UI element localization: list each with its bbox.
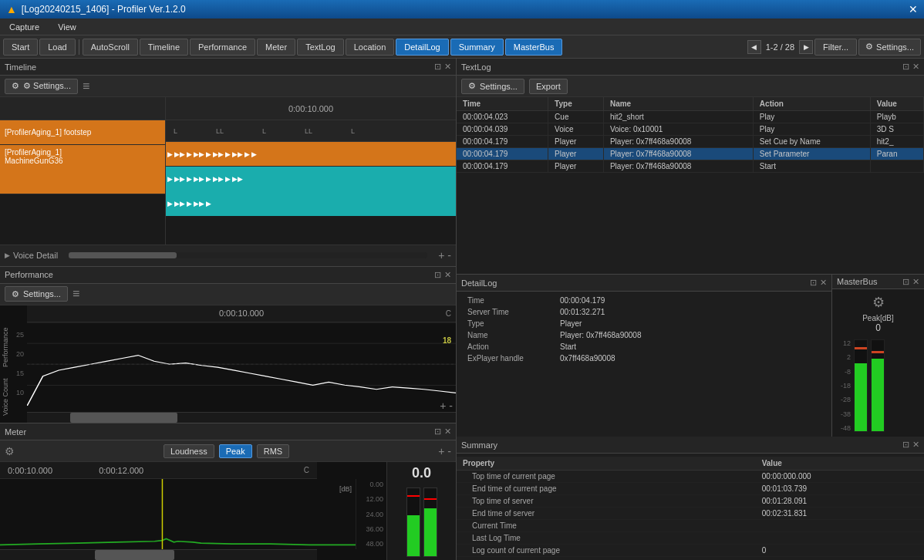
timeline-section: Timeline ⊡ ✕ ⚙ ⚙ Settings... ≡ [Profiler…: [0, 59, 456, 267]
textlog-row-0[interactable]: 00:00:04.023Cuehit2_shortPlayPlayb: [457, 111, 924, 123]
textlog-row-3[interactable]: 00:00:04.179PlayerPlayer: 0x7ff468a90008…: [457, 148, 924, 160]
settings-label: Settings...: [876, 42, 914, 52]
timeline-button[interactable]: Timeline: [140, 39, 188, 56]
timeline-scrollbar[interactable]: [69, 252, 427, 258]
masterbus-button[interactable]: MasterBus: [505, 39, 563, 56]
meter-minus-icon[interactable]: -: [447, 445, 451, 457]
start-button[interactable]: Start: [3, 39, 38, 56]
textlog-cell-0-1: Cue: [548, 111, 604, 123]
masterbus-bar-2: [871, 339, 885, 432]
detaillog-masterbus-row: DetailLog ⊡ ✕ Time00:00:04.179Server Tim…: [457, 275, 924, 437]
timeline-track1-label: [ProfilerAging_1] footstep: [0, 120, 165, 145]
textlog-button[interactable]: TextLog: [297, 39, 344, 56]
track2-arrow-2: ▶▶: [174, 175, 185, 183]
settings-gear-icon: ⚙: [865, 42, 873, 52]
timeline-track1-clips: ▶ ▶▶ ▶ ▶▶ ▶ ▶▶ ▶ ▶▶ ▶ ▶: [166, 142, 456, 166]
summary-expand-icon[interactable]: ⊡: [902, 440, 909, 450]
textlog-cell-3-0: 00:00:04.179: [457, 148, 548, 160]
performance-plus-icon[interactable]: +: [440, 400, 446, 412]
meter-expand-icon[interactable]: ⊡: [434, 427, 441, 437]
summary-prop-0: Top time of current page: [457, 471, 756, 483]
page-next-button[interactable]: ▶: [799, 40, 813, 54]
meter-rms-tab[interactable]: RMS: [257, 444, 289, 458]
textlog-close-icon[interactable]: ✕: [912, 62, 919, 72]
masterbus-expand-icon[interactable]: ⊡: [902, 277, 909, 287]
meter-waveform-svg: [0, 479, 356, 549]
meter-y-36: 36.00: [359, 525, 383, 533]
summary-content[interactable]: Property Value Top time of current page0…: [457, 454, 924, 560]
timeline-plus-icon[interactable]: +: [438, 249, 444, 261]
voice-detail-bar: ▶ Voice Detail + -: [0, 245, 456, 266]
summary-row-4: Current Time: [457, 520, 924, 532]
title-bar: ▲ [Log20240215_1406] - Profiler Ver.1.2.…: [0, 0, 924, 19]
menu-view[interactable]: View: [52, 21, 83, 33]
summary-close-icon[interactable]: ✕: [912, 440, 919, 450]
masterbus-gear-icon[interactable]: ⚙: [872, 294, 885, 311]
textlog-export-button[interactable]: Export: [529, 79, 568, 94]
summary-col-property: Property: [457, 457, 756, 471]
timeline-label-header: [0, 97, 165, 120]
filter-button[interactable]: Filter...: [814, 39, 857, 56]
meter-y-48: 48.00: [359, 540, 383, 548]
summary-button[interactable]: Summary: [450, 39, 504, 56]
textlog-table-wrap[interactable]: Time Type Name Action Value 00:00:04.023…: [457, 97, 924, 274]
level-marker-2: LL: [216, 127, 224, 135]
timeline-close-icon[interactable]: ✕: [444, 62, 451, 72]
timeline-expand-icon[interactable]: ⊡: [434, 62, 441, 72]
menu-capture[interactable]: Capture: [3, 21, 46, 33]
page-prev-button[interactable]: ◀: [747, 40, 761, 54]
meter-close-icon[interactable]: ✕: [444, 427, 451, 437]
autoscroll-button[interactable]: AutoScroll: [83, 39, 138, 56]
settings-button[interactable]: ⚙ Settings...: [858, 39, 921, 56]
location-button[interactable]: Location: [346, 39, 395, 56]
track1-arrow-6: ▶▶: [213, 150, 224, 158]
textlog-col-name: Name: [603, 97, 753, 111]
textlog-row-2[interactable]: 00:00:04.179PlayerPlayer: 0x7ff468a90008…: [457, 136, 924, 148]
summary-prop-5: Last Log Time: [457, 532, 756, 545]
track2-arrow-8: ▶▶: [232, 175, 243, 183]
detaillog-row-3: NamePlayer: 0x7ff468a90008: [463, 329, 825, 341]
meter-bar-1-peak: [407, 495, 420, 497]
timeline-settings-button[interactable]: ⚙ ⚙ Settings...: [5, 79, 78, 94]
performance-title: Performance: [5, 270, 53, 279]
textlog-settings-button[interactable]: ⚙ Settings...: [461, 79, 524, 94]
track2-arrow-5: ▶: [206, 175, 211, 183]
meter-y-0: 0.00: [359, 481, 383, 488]
performance-settings-button[interactable]: ⚙ Settings...: [5, 286, 68, 302]
meter-button[interactable]: Meter: [257, 39, 295, 56]
textlog-row-4[interactable]: 00:00:04.179PlayerPlayer: 0x7ff468a90008…: [457, 160, 924, 173]
app-icon: ▲: [6, 3, 17, 15]
meter-time-header: 0:00:10.000 0:00:12.000 C: [0, 462, 317, 479]
textlog-cell-3-3: Set Parameter: [753, 148, 870, 160]
meter-peak-tab[interactable]: Peak: [219, 444, 252, 458]
performance-close-icon[interactable]: ✕: [444, 270, 451, 280]
load-button[interactable]: Load: [39, 39, 75, 56]
meter-loudness-tab[interactable]: Loudness: [164, 444, 214, 458]
performance-button[interactable]: Performance: [190, 39, 255, 56]
masterbus-bars: [854, 339, 885, 432]
masterbus-close-icon[interactable]: ✕: [912, 277, 919, 287]
meter-scrollbar[interactable]: [0, 549, 317, 560]
performance-minus-icon[interactable]: -: [449, 400, 453, 412]
performance-scrollbar[interactable]: [27, 412, 456, 423]
detaillog-expand-icon[interactable]: ⊡: [810, 278, 817, 288]
timeline-hamburger-icon[interactable]: ≡: [83, 79, 89, 93]
timeline-minus-icon[interactable]: -: [447, 249, 451, 261]
detaillog-button[interactable]: DetailLog: [396, 39, 448, 56]
timeline-zoom-controls: + -: [438, 249, 451, 261]
textlog-settings-gear-icon: ⚙: [468, 81, 476, 91]
voice-detail-expand-icon[interactable]: ▶: [5, 251, 10, 259]
timeline-track2-label: [ProfilerAging_1]MachineGunG36: [5, 148, 63, 165]
close-icon[interactable]: ✕: [909, 3, 918, 15]
toolbar-separator: [79, 39, 79, 55]
textlog-expand-icon[interactable]: ⊡: [902, 62, 909, 72]
detaillog-prop-2: Type: [463, 318, 555, 329]
meter-plus-icon[interactable]: +: [438, 445, 444, 457]
track2-arrow-3: ▶: [187, 175, 192, 183]
performance-hamburger-icon[interactable]: ≡: [73, 287, 79, 301]
meter-content: 0:00:10.000 0:00:12.000 C 0.00 12.00 24.…: [0, 462, 456, 560]
textlog-row-1[interactable]: 00:00:04.039VoiceVoice: 0x10001Play3D S: [457, 123, 924, 136]
detaillog-close-icon[interactable]: ✕: [820, 278, 827, 288]
meter-gear-icon[interactable]: ⚙: [5, 445, 15, 457]
performance-expand-icon[interactable]: ⊡: [434, 270, 441, 280]
